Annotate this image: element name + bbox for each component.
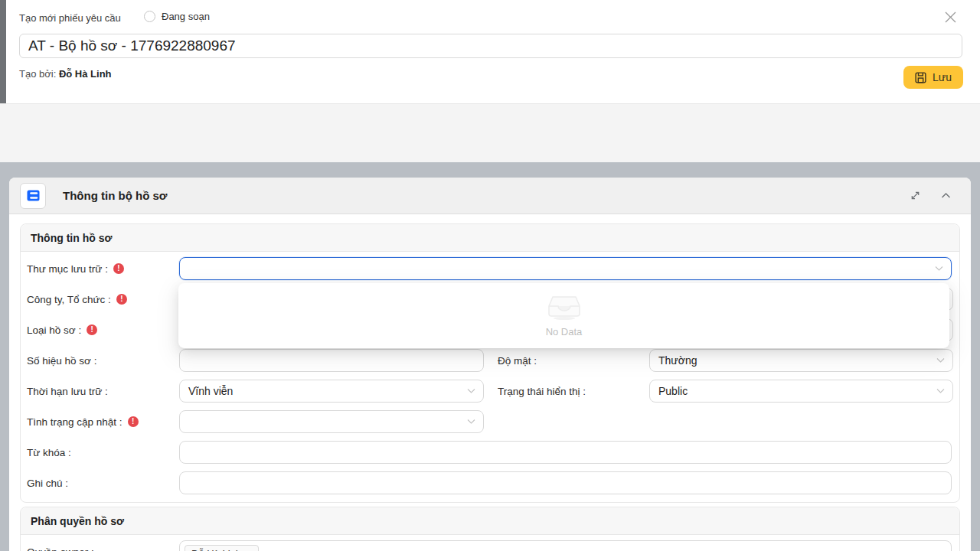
collapse-chevron-icon[interactable] — [937, 187, 954, 204]
retention-value: Vĩnh viễn — [188, 385, 233, 397]
required-icon: ! — [128, 416, 139, 427]
chevron-down-icon — [936, 389, 945, 394]
save-button-label: Lưu — [933, 71, 952, 83]
keywords-label-wrap: Từ khóa : — [21, 447, 179, 458]
doc-number-input[interactable] — [179, 349, 484, 372]
owner-label-wrap: Quyền owner : — [21, 540, 179, 551]
chevron-down-icon — [936, 358, 945, 364]
notes-label-wrap: Ghi chú : — [21, 478, 179, 489]
notes-input[interactable] — [179, 471, 952, 494]
card-dossier-info: Thông tin hồ sơ Thư mục lưu trữ : ! — [20, 223, 960, 503]
save-button[interactable]: Lưu — [903, 66, 963, 89]
chevron-down-icon — [935, 266, 943, 272]
retention-label: Thời hạn lưu trữ : — [27, 386, 108, 397]
status-radio-draft[interactable]: Đang soạn — [144, 11, 210, 22]
no-data-text: No Data — [546, 326, 583, 337]
doc-number-label: Số hiệu hồ sơ : — [27, 355, 96, 367]
folder-label-wrap: Thư mục lưu trữ : ! — [21, 263, 179, 275]
required-icon: ! — [87, 324, 97, 335]
required-icon: ! — [116, 294, 127, 305]
drawer-title: Tạo mới phiếu yêu cầu — [19, 12, 121, 24]
owner-label: Quyền owner : — [27, 546, 94, 551]
card-permissions: Phân quyền hồ sơ Quyền owner : Đỗ Hà Lin… — [20, 507, 960, 551]
confidentiality-select[interactable]: Thường — [649, 349, 953, 372]
panel-title: Thông tin bộ hồ sơ — [63, 189, 167, 202]
folder-select[interactable] — [179, 257, 952, 280]
owner-tag-label: Đỗ Hà Linh — [191, 548, 241, 551]
update-status-label-wrap: Tình trạng cập nhật : ! — [21, 416, 179, 428]
visibility-label: Trạng thái hiển thị : — [498, 386, 649, 397]
confidentiality-value: Thường — [658, 354, 697, 367]
dossier-panel-icon[interactable] — [20, 183, 46, 209]
update-status-select[interactable] — [179, 410, 484, 433]
radio-icon[interactable] — [144, 11, 155, 22]
retention-label-wrap: Thời hạn lưu trữ : — [21, 386, 179, 397]
created-by-label: Tạo bởi: — [19, 68, 56, 80]
card-perm-body: Quyền owner : Đỗ Hà Linh × — [21, 535, 959, 551]
request-name-input[interactable] — [19, 34, 962, 58]
card-info-title: Thông tin hồ sơ — [21, 224, 959, 252]
chevron-down-icon — [467, 419, 475, 425]
confidentiality-label: Độ mật : — [498, 355, 649, 367]
update-status-label: Tình trạng cập nhật : — [27, 416, 122, 428]
owner-multiselect[interactable]: Đỗ Hà Linh × — [179, 540, 952, 551]
folder-select-dropdown[interactable]: No Data — [178, 283, 949, 348]
panel-header: Thông tin bộ hồ sơ — [9, 178, 971, 214]
owner-tag[interactable]: Đỗ Hà Linh × — [185, 545, 259, 551]
folder-label: Thư mục lưu trữ : — [27, 263, 108, 275]
chevron-down-icon — [467, 389, 475, 394]
card-info-body: Thư mục lưu trữ : ! Công ty, Tổ chức : — [21, 252, 959, 502]
visibility-select[interactable]: Public — [649, 380, 953, 403]
panel-body: Thông tin hồ sơ Thư mục lưu trữ : ! — [9, 214, 971, 551]
close-icon[interactable] — [941, 8, 959, 26]
required-icon: ! — [113, 263, 124, 274]
request-meta-section: Nhóm yêu cầu : Quản lý yêu cầu xử lý hồ … — [0, 103, 980, 162]
status-radio-label: Đang soạn — [162, 11, 210, 22]
doc-number-label-wrap: Số hiệu hồ sơ : — [21, 355, 179, 367]
save-icon — [915, 72, 926, 83]
page-edge-strip — [0, 0, 6, 103]
visibility-value: Public — [658, 385, 688, 397]
create-request-drawer: Tạo mới phiếu yêu cầu Đang soạn Tạo bởi:… — [0, 0, 980, 551]
dossier-info-panel: Thông tin bộ hồ sơ Thông tin hồ sơ — [9, 178, 971, 551]
doc-type-label: Loại hồ sơ : — [27, 324, 81, 336]
card-perm-title: Phân quyền hồ sơ — [21, 507, 959, 535]
doc-type-label-wrap: Loại hồ sơ : ! — [21, 324, 179, 336]
retention-select[interactable]: Vĩnh viễn — [179, 380, 484, 403]
drawer-header: Tạo mới phiếu yêu cầu Đang soạn Tạo bởi:… — [6, 0, 980, 103]
keywords-input[interactable] — [179, 441, 952, 464]
created-by: Tạo bởi: Đỗ Hà Linh — [19, 68, 112, 80]
expand-icon[interactable] — [906, 187, 923, 204]
created-by-name: Đỗ Hà Linh — [59, 68, 112, 80]
company-label: Công ty, Tổ chức : — [27, 294, 111, 305]
empty-box-icon — [547, 294, 582, 320]
keywords-label: Từ khóa : — [27, 447, 71, 458]
notes-label: Ghi chú : — [27, 478, 68, 489]
company-label-wrap: Công ty, Tổ chức : ! — [21, 294, 179, 305]
